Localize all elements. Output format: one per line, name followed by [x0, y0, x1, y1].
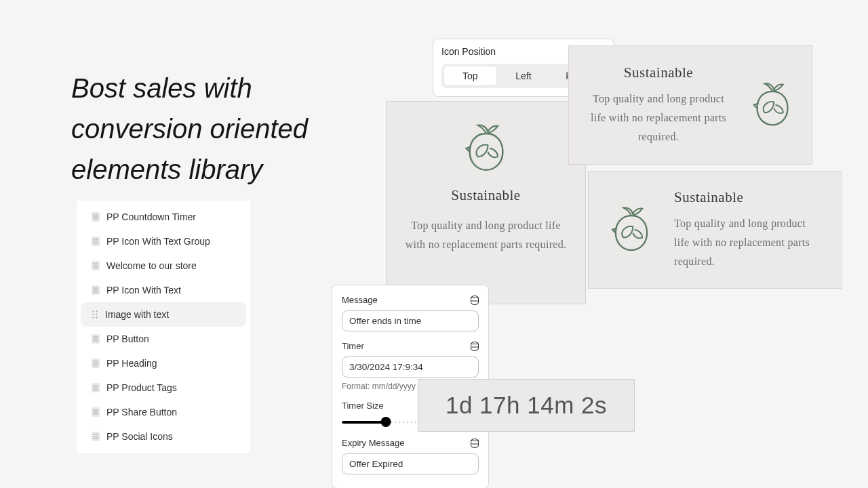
element-item[interactable]: PP Social Icons	[77, 424, 250, 449]
dynamic-source-icon[interactable]	[471, 342, 479, 351]
element-item[interactable]: PP Countdown Timer	[77, 205, 250, 229]
block-icon	[92, 407, 100, 417]
block-icon	[92, 334, 100, 344]
element-label: PP Icon With Text Group	[106, 236, 210, 247]
eco-globe-icon	[460, 122, 513, 175]
element-item[interactable]: PP Heading	[77, 351, 250, 375]
block-icon	[92, 261, 100, 270]
element-item[interactable]: PP Share Button	[77, 400, 250, 424]
expiry-message-input[interactable]	[342, 453, 479, 474]
feature-card-icon-right: Sustainable Top quality and long product…	[568, 45, 812, 165]
config-message-label: Message	[342, 295, 378, 305]
feature-title: Sustainable	[451, 187, 520, 204]
elements-list: PP Countdown Timer PP Icon With Text Gro…	[77, 201, 250, 453]
slider-fill	[342, 421, 386, 424]
block-icon	[92, 383, 100, 392]
config-timer-size-label: Timer Size	[342, 401, 384, 411]
block-icon	[92, 359, 100, 368]
element-item[interactable]: Welcome to our store	[77, 253, 250, 278]
element-label: PP Icon With Text	[106, 285, 181, 296]
element-label: PP Button	[106, 333, 149, 344]
feature-card-icon-left: Sustainable Top quality and long product…	[588, 171, 842, 289]
feature-body: Top quality and long product life with n…	[401, 216, 570, 254]
element-item[interactable]: PP Icon With Text	[77, 278, 250, 302]
element-item[interactable]: PP Button	[77, 327, 250, 351]
eco-globe-icon	[748, 77, 797, 134]
element-item[interactable]: PP Icon With Text Group	[77, 229, 250, 253]
feature-title: Sustainable	[674, 189, 823, 206]
element-label: PP Product Tags	[106, 382, 177, 393]
feature-title: Sustainable	[584, 64, 733, 81]
element-label: PP Countdown Timer	[106, 211, 196, 222]
drag-handle-icon[interactable]	[92, 310, 98, 319]
config-timer-label: Timer	[342, 341, 364, 351]
icon-position-left[interactable]: Left	[497, 66, 551, 86]
message-input[interactable]	[342, 310, 479, 331]
element-item-selected[interactable]: Image with text	[81, 302, 246, 327]
icon-position-top[interactable]: Top	[443, 66, 497, 86]
dynamic-source-icon[interactable]	[471, 296, 479, 305]
countdown-preview: 1d 17h 14m 2s	[418, 379, 635, 432]
feature-body: Top quality and long product life with n…	[584, 89, 733, 146]
dynamic-source-icon[interactable]	[471, 439, 479, 448]
element-label: PP Social Icons	[106, 431, 173, 442]
block-icon	[92, 432, 100, 441]
feature-body: Top quality and long product life with n…	[674, 214, 823, 271]
timer-input[interactable]	[342, 357, 479, 378]
element-label: Welcome to our store	[106, 260, 197, 271]
page-headline: Bost sales with conversion oriented elem…	[71, 68, 356, 190]
element-label: Image with text	[105, 309, 169, 320]
slider-thumb[interactable]	[380, 417, 391, 427]
block-icon	[92, 285, 100, 295]
block-icon	[92, 212, 100, 222]
block-icon	[92, 237, 100, 246]
element-label: PP Heading	[106, 358, 157, 369]
config-expiry-label: Expiry Message	[342, 438, 404, 448]
element-label: PP Share Button	[106, 407, 177, 418]
feature-card-icon-top: Sustainable Top quality and long product…	[386, 101, 586, 304]
eco-globe-icon	[606, 201, 656, 259]
element-item[interactable]: PP Product Tags	[77, 375, 250, 400]
